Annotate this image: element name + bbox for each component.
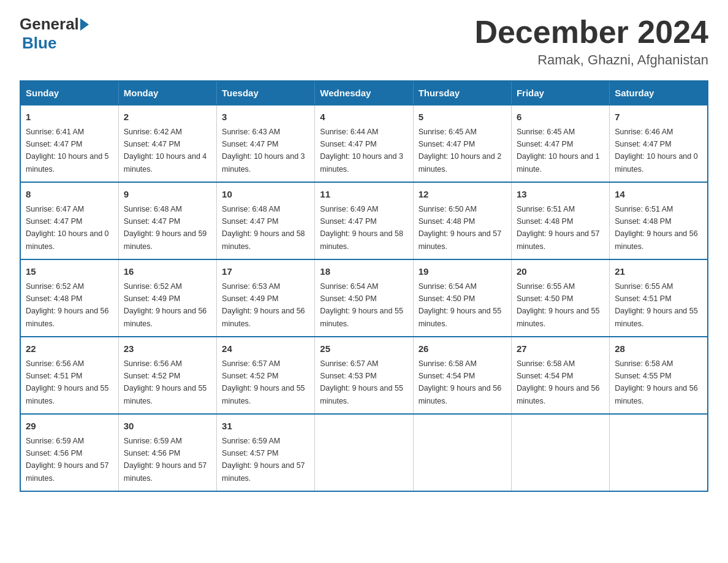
day-info: Sunrise: 6:42 AMSunset: 4:47 PMDaylight:… <box>124 128 207 174</box>
day-number: 8 <box>26 188 113 202</box>
day-info: Sunrise: 6:43 AMSunset: 4:47 PMDaylight:… <box>222 128 305 174</box>
day-info: Sunrise: 6:44 AMSunset: 4:47 PMDaylight:… <box>320 128 403 174</box>
calendar-cell: 7 Sunrise: 6:46 AMSunset: 4:47 PMDayligh… <box>610 105 708 182</box>
day-number: 20 <box>517 265 604 279</box>
calendar-cell: 30 Sunrise: 6:59 AMSunset: 4:56 PMDaylig… <box>118 414 216 491</box>
calendar-cell: 22 Sunrise: 6:56 AMSunset: 4:51 PMDaylig… <box>20 337 118 414</box>
day-number: 15 <box>26 265 113 279</box>
day-info: Sunrise: 6:59 AMSunset: 4:57 PMDaylight:… <box>222 437 305 483</box>
day-info: Sunrise: 6:49 AMSunset: 4:47 PMDaylight:… <box>320 205 403 251</box>
day-info: Sunrise: 6:51 AMSunset: 4:48 PMDaylight:… <box>517 205 600 251</box>
day-number: 3 <box>222 110 309 124</box>
calendar-cell: 29 Sunrise: 6:59 AMSunset: 4:56 PMDaylig… <box>20 414 118 491</box>
calendar-cell: 3 Sunrise: 6:43 AMSunset: 4:47 PMDayligh… <box>217 105 315 182</box>
calendar-week-row: 8 Sunrise: 6:47 AMSunset: 4:47 PMDayligh… <box>20 182 708 259</box>
day-number: 12 <box>419 188 506 202</box>
weekday-header-monday: Monday <box>118 81 216 105</box>
calendar-cell: 19 Sunrise: 6:54 AMSunset: 4:50 PMDaylig… <box>413 259 511 337</box>
logo: General Blue <box>20 15 90 53</box>
day-info: Sunrise: 6:41 AMSunset: 4:47 PMDaylight:… <box>26 128 109 174</box>
day-number: 27 <box>517 342 604 356</box>
day-number: 23 <box>124 342 211 356</box>
calendar-cell: 14 Sunrise: 6:51 AMSunset: 4:48 PMDaylig… <box>610 182 708 259</box>
calendar-cell: 18 Sunrise: 6:54 AMSunset: 4:50 PMDaylig… <box>315 259 413 337</box>
calendar-week-row: 22 Sunrise: 6:56 AMSunset: 4:51 PMDaylig… <box>20 337 708 414</box>
calendar-cell: 17 Sunrise: 6:53 AMSunset: 4:49 PMDaylig… <box>217 259 315 337</box>
calendar-cell <box>315 414 413 491</box>
day-number: 19 <box>419 265 506 279</box>
calendar-cell: 20 Sunrise: 6:55 AMSunset: 4:50 PMDaylig… <box>511 259 609 337</box>
logo-general-text: General <box>20 15 90 34</box>
calendar-cell <box>511 414 609 491</box>
location-title: Ramak, Ghazni, Afghanistan <box>474 52 708 68</box>
day-number: 11 <box>320 188 408 202</box>
day-number: 28 <box>615 342 702 356</box>
weekday-header-saturday: Saturday <box>610 81 708 105</box>
weekday-header-wednesday: Wednesday <box>315 81 413 105</box>
day-info: Sunrise: 6:54 AMSunset: 4:50 PMDaylight:… <box>419 282 502 328</box>
calendar-cell: 8 Sunrise: 6:47 AMSunset: 4:47 PMDayligh… <box>20 182 118 259</box>
weekday-header-sunday: Sunday <box>20 81 118 105</box>
day-number: 31 <box>222 419 309 434</box>
day-number: 2 <box>124 110 211 124</box>
logo-arrow-icon <box>80 18 89 31</box>
calendar-cell: 9 Sunrise: 6:48 AMSunset: 4:47 PMDayligh… <box>118 182 216 259</box>
day-number: 6 <box>517 110 604 124</box>
day-number: 26 <box>419 342 506 356</box>
calendar-cell: 28 Sunrise: 6:58 AMSunset: 4:55 PMDaylig… <box>610 337 708 414</box>
calendar-cell: 27 Sunrise: 6:58 AMSunset: 4:54 PMDaylig… <box>511 337 609 414</box>
day-number: 1 <box>26 110 113 124</box>
weekday-header-friday: Friday <box>511 81 609 105</box>
page-header: General Blue December 2024 Ramak, Ghazni… <box>20 15 708 68</box>
day-info: Sunrise: 6:58 AMSunset: 4:54 PMDaylight:… <box>419 359 502 405</box>
calendar-table: SundayMondayTuesdayWednesdayThursdayFrid… <box>20 80 708 492</box>
calendar-cell: 2 Sunrise: 6:42 AMSunset: 4:47 PMDayligh… <box>118 105 216 182</box>
calendar-cell: 26 Sunrise: 6:58 AMSunset: 4:54 PMDaylig… <box>413 337 511 414</box>
day-number: 5 <box>419 110 506 124</box>
day-number: 25 <box>320 342 408 356</box>
day-number: 24 <box>222 342 309 356</box>
calendar-week-row: 1 Sunrise: 6:41 AMSunset: 4:47 PMDayligh… <box>20 105 708 182</box>
calendar-cell: 31 Sunrise: 6:59 AMSunset: 4:57 PMDaylig… <box>217 414 315 491</box>
logo-general: General <box>20 15 79 34</box>
calendar-cell: 23 Sunrise: 6:56 AMSunset: 4:52 PMDaylig… <box>118 337 216 414</box>
day-info: Sunrise: 6:58 AMSunset: 4:55 PMDaylight:… <box>615 359 698 405</box>
month-title: December 2024 <box>474 15 708 50</box>
day-info: Sunrise: 6:48 AMSunset: 4:47 PMDaylight:… <box>124 205 207 251</box>
day-number: 18 <box>320 265 408 279</box>
title-section: December 2024 Ramak, Ghazni, Afghanistan <box>474 15 708 68</box>
day-number: 21 <box>615 265 702 279</box>
weekday-header-row: SundayMondayTuesdayWednesdayThursdayFrid… <box>20 81 708 105</box>
calendar-week-row: 15 Sunrise: 6:52 AMSunset: 4:48 PMDaylig… <box>20 259 708 337</box>
day-number: 29 <box>26 419 113 434</box>
day-number: 4 <box>320 110 408 124</box>
calendar-cell <box>610 414 708 491</box>
day-info: Sunrise: 6:53 AMSunset: 4:49 PMDaylight:… <box>222 282 305 328</box>
calendar-cell: 24 Sunrise: 6:57 AMSunset: 4:52 PMDaylig… <box>217 337 315 414</box>
calendar-cell: 15 Sunrise: 6:52 AMSunset: 4:48 PMDaylig… <box>20 259 118 337</box>
day-info: Sunrise: 6:56 AMSunset: 4:51 PMDaylight:… <box>26 359 109 405</box>
logo-blue: Blue <box>22 34 56 53</box>
calendar-cell: 11 Sunrise: 6:49 AMSunset: 4:47 PMDaylig… <box>315 182 413 259</box>
calendar-cell: 12 Sunrise: 6:50 AMSunset: 4:48 PMDaylig… <box>413 182 511 259</box>
day-number: 7 <box>615 110 702 124</box>
day-info: Sunrise: 6:59 AMSunset: 4:56 PMDaylight:… <box>124 437 207 483</box>
day-info: Sunrise: 6:52 AMSunset: 4:48 PMDaylight:… <box>26 282 109 328</box>
day-info: Sunrise: 6:46 AMSunset: 4:47 PMDaylight:… <box>615 128 698 174</box>
calendar-cell: 21 Sunrise: 6:55 AMSunset: 4:51 PMDaylig… <box>610 259 708 337</box>
calendar-cell: 13 Sunrise: 6:51 AMSunset: 4:48 PMDaylig… <box>511 182 609 259</box>
calendar-cell: 4 Sunrise: 6:44 AMSunset: 4:47 PMDayligh… <box>315 105 413 182</box>
day-info: Sunrise: 6:48 AMSunset: 4:47 PMDaylight:… <box>222 205 305 251</box>
calendar-cell: 16 Sunrise: 6:52 AMSunset: 4:49 PMDaylig… <box>118 259 216 337</box>
day-info: Sunrise: 6:47 AMSunset: 4:47 PMDaylight:… <box>26 205 109 251</box>
calendar-cell: 1 Sunrise: 6:41 AMSunset: 4:47 PMDayligh… <box>20 105 118 182</box>
day-info: Sunrise: 6:55 AMSunset: 4:51 PMDaylight:… <box>615 282 698 328</box>
day-info: Sunrise: 6:50 AMSunset: 4:48 PMDaylight:… <box>419 205 502 251</box>
calendar-cell: 6 Sunrise: 6:45 AMSunset: 4:47 PMDayligh… <box>511 105 609 182</box>
day-info: Sunrise: 6:54 AMSunset: 4:50 PMDaylight:… <box>320 282 403 328</box>
calendar-cell: 25 Sunrise: 6:57 AMSunset: 4:53 PMDaylig… <box>315 337 413 414</box>
day-info: Sunrise: 6:59 AMSunset: 4:56 PMDaylight:… <box>26 437 109 483</box>
calendar-week-row: 29 Sunrise: 6:59 AMSunset: 4:56 PMDaylig… <box>20 414 708 491</box>
day-info: Sunrise: 6:57 AMSunset: 4:52 PMDaylight:… <box>222 359 305 405</box>
day-number: 30 <box>124 419 211 434</box>
